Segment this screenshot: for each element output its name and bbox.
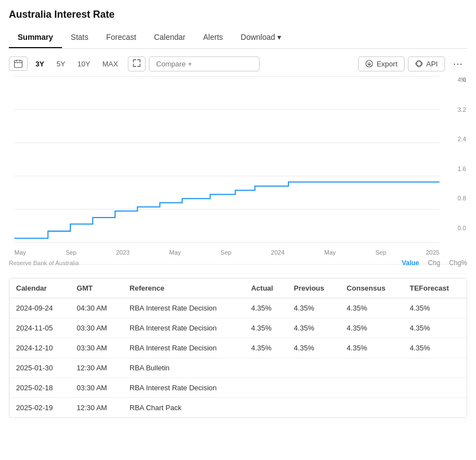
dropdown-arrow-icon: ▾ [277,33,281,42]
calendar-picker-button[interactable] [9,56,28,71]
col-consensus: Consensus [340,278,403,298]
table-row[interactable]: 2024-09-2404:30 AMRBA Interest Rate Deci… [9,298,467,318]
table-row[interactable]: 2025-02-1803:30 AMRBA Interest Rate Deci… [9,378,467,398]
legend-chgpct[interactable]: Chg% [449,259,467,267]
tab-calendar[interactable]: Calendar [145,27,194,48]
col-calendar: Calendar [9,278,70,298]
cell-actual: 4.35% [245,338,287,358]
cell-previous: 4.35% [287,318,340,338]
cell-teforecast: 4.35% [403,318,467,338]
cell-reference: RBA Interest Rate Decision [123,298,245,318]
range-10y-button[interactable]: 10Y [73,58,95,70]
cell-actual [245,358,287,378]
cell-gmt: 03:30 AM [70,378,123,398]
cell-reference: RBA Interest Rate Decision [123,318,245,338]
cell-gmt: 04:30 AM [70,298,123,318]
cell-gmt: 12:30 AM [70,358,123,378]
table-row[interactable]: 2025-02-1912:30 AMRBA Chart Pack [9,398,467,418]
svg-rect-0 [14,60,22,68]
export-icon [365,60,373,68]
cell-calendar: 2025-02-18 [9,378,70,398]
compare-input[interactable] [149,56,260,71]
cell-calendar: 2024-09-24 [9,298,70,318]
cell-actual [245,378,287,398]
chart-footer: Reserve Bank of Australia Value Chg Chg% [9,259,467,267]
cell-actual: 4.35% [245,298,287,318]
chart-area: % 4.0 3.2 2.4 1.6 0.8 [9,76,467,265]
legend-value[interactable]: Value [402,259,419,267]
cell-previous: 4.35% [287,338,340,358]
expand-chart-button[interactable] [128,56,146,71]
more-options-button[interactable]: ⋯ [448,55,467,72]
cell-teforecast [403,398,467,418]
expand-icon [133,59,141,67]
cell-consensus [340,358,403,378]
range-5y-button[interactable]: 5Y [52,58,70,70]
cell-calendar: 2025-02-19 [9,398,70,418]
table-row[interactable]: 2024-11-0503:30 AMRBA Interest Rate Deci… [9,318,467,338]
cell-actual [245,398,287,418]
cell-teforecast [403,378,467,398]
legend-chg[interactable]: Chg [428,259,440,267]
col-gmt: GMT [70,278,123,298]
tab-download[interactable]: Download ▾ [232,27,290,48]
table-row[interactable]: 2025-01-3012:30 AMRBA Bulletin [9,358,467,378]
chart-toolbar: 3Y 5Y 10Y MAX Export [9,55,467,72]
cell-previous: 4.35% [287,298,340,318]
cell-consensus: 4.35% [340,298,403,318]
cell-teforecast [403,358,467,378]
cell-reference: RBA Bulletin [123,358,245,378]
col-previous: Previous [287,278,340,298]
y-axis-labels: 4.0 3.2 2.4 1.6 0.8 0.0 [458,76,466,231]
cell-reference: RBA Interest Rate Decision [123,378,245,398]
x-axis-labels: May Sep 2023 May Sep 2024 May Sep 2025 [14,248,439,256]
col-reference: Reference [123,278,245,298]
cell-calendar: 2024-12-10 [9,338,70,358]
cell-reference: RBA Interest Rate Decision [123,338,245,358]
tab-summary[interactable]: Summary [9,27,62,48]
cell-calendar: 2025-01-30 [9,358,70,378]
table-row[interactable]: 2024-12-1003:30 AMRBA Interest Rate Deci… [9,338,467,358]
calendar-table: Calendar GMT Reference Actual Previous C… [9,278,467,418]
cell-consensus [340,378,403,398]
api-icon [415,60,423,68]
chart-svg [14,76,439,242]
cell-reference: RBA Chart Pack [123,398,245,418]
cell-teforecast: 4.35% [403,338,467,358]
tab-stats[interactable]: Stats [62,27,97,48]
page-title: Australia Interest Rate [9,9,467,20]
cell-consensus [340,398,403,418]
chart-legend: Value Chg Chg% [402,259,467,267]
cell-gmt: 12:30 AM [70,398,123,418]
cell-consensus: 4.35% [340,318,403,338]
cell-gmt: 03:30 AM [70,318,123,338]
cell-previous [287,378,340,398]
tab-bar: Summary Stats Forecast Calendar Alerts D… [9,27,467,49]
col-teforecast: TEForecast [403,278,467,298]
calendar-icon [14,59,23,68]
range-max-button[interactable]: MAX [98,58,122,70]
table-header-row: Calendar GMT Reference Actual Previous C… [9,278,467,298]
cell-gmt: 03:30 AM [70,338,123,358]
chart-source: Reserve Bank of Australia [9,260,79,266]
tab-forecast[interactable]: Forecast [97,27,145,48]
cell-calendar: 2024-11-05 [9,318,70,338]
col-actual: Actual [245,278,287,298]
tab-alerts[interactable]: Alerts [194,27,232,48]
cell-teforecast: 4.35% [403,298,467,318]
page-container: Australia Interest Rate Summary Stats Fo… [0,0,476,460]
api-button[interactable]: API [408,56,445,71]
range-3y-button[interactable]: 3Y [31,58,49,70]
cell-previous [287,398,340,418]
cell-previous [287,358,340,378]
export-button[interactable]: Export [358,56,405,71]
cell-actual: 4.35% [245,318,287,338]
cell-consensus: 4.35% [340,338,403,358]
